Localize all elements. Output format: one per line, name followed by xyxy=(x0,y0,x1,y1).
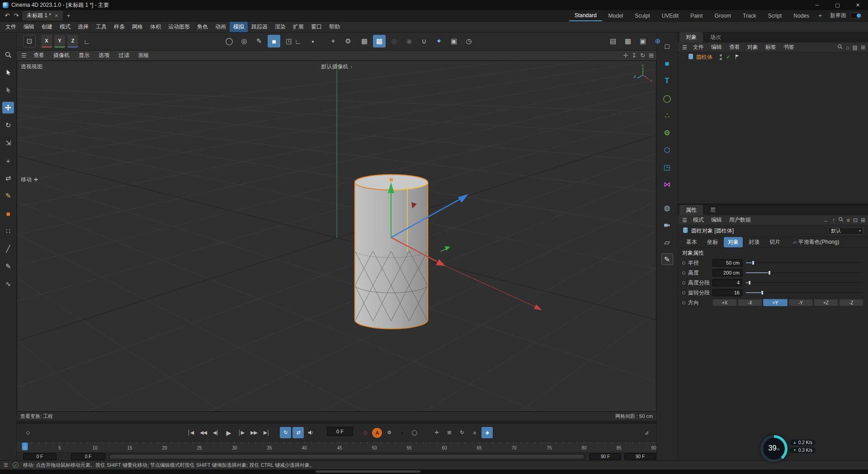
redo-icon[interactable]: ↷ xyxy=(12,11,21,20)
menu-volume[interactable]: 体积 xyxy=(146,22,165,32)
vp-orbit-icon[interactable]: ↻ xyxy=(640,52,645,59)
render-settings-button[interactable]: ▣ xyxy=(637,35,649,47)
am-menu-edit[interactable]: 编辑 xyxy=(708,215,725,225)
tab-close-icon[interactable]: × xyxy=(55,12,58,19)
am-menu-mode[interactable]: 模式 xyxy=(690,215,707,225)
direction-button-plus-z[interactable]: +Z xyxy=(814,299,838,306)
spline-smooth-tool-icon[interactable]: ∿ xyxy=(2,278,14,290)
phong-tag-icon[interactable] xyxy=(735,54,740,61)
tab-attributes[interactable]: 属性 xyxy=(679,205,703,215)
menu-mode[interactable]: 模式 xyxy=(56,22,74,32)
tab-objects[interactable]: 对象 xyxy=(679,32,703,43)
horizontal-scrollbar-thumb[interactable] xyxy=(316,470,420,473)
om-menu-view[interactable]: 查看 xyxy=(726,43,743,52)
height-slider[interactable] xyxy=(746,270,863,276)
direction-button-plus-y[interactable]: +Y xyxy=(763,299,788,306)
am-lock-icon[interactable]: ⊡ xyxy=(853,217,858,223)
lock-z-axis-button[interactable]: Z xyxy=(67,35,78,47)
enabled-check-icon[interactable]: ✓ xyxy=(726,54,731,60)
camera-menu-icon[interactable]: ▪ xyxy=(350,65,352,69)
direction-button-minus-y[interactable]: -Y xyxy=(788,299,813,306)
dimmed-tool-1-icon[interactable]: ◎ xyxy=(388,35,401,47)
selection-tool-icon[interactable] xyxy=(2,66,14,78)
preset-dropdown[interactable]: 默认 ▾ xyxy=(828,227,863,235)
am-up-icon[interactable]: ↑ xyxy=(832,217,835,223)
menu-tools[interactable]: 工具 xyxy=(92,22,110,32)
primitive-cube-button[interactable]: ■ xyxy=(268,35,280,47)
subdivision-surface-icon[interactable]: ◍ xyxy=(661,202,673,213)
om-menu-object[interactable]: 对象 xyxy=(744,43,761,52)
layout-tab-script[interactable]: Script xyxy=(763,11,788,21)
viewport-scene[interactable] xyxy=(17,61,656,411)
scale-tool-icon[interactable]: ⇲ xyxy=(2,137,14,149)
time-toolbar-icon[interactable]: ◷ xyxy=(462,35,475,47)
camera-toolbar-icon[interactable]: ▣ xyxy=(448,35,460,47)
om-menu-tags[interactable]: 标签 xyxy=(762,43,779,52)
menu-select[interactable]: 选择 xyxy=(74,22,92,32)
add-layout-button[interactable]: + xyxy=(816,11,825,20)
sound-button[interactable] xyxy=(305,427,316,438)
new-interface-toggle[interactable] xyxy=(850,13,862,19)
menu-edit[interactable]: 编辑 xyxy=(20,22,38,32)
record-parameter-button[interactable]: ◈ xyxy=(481,427,493,438)
pen-tool-icon[interactable]: ✎ xyxy=(2,261,14,272)
status-hamburger-icon[interactable]: ☰ xyxy=(4,462,8,468)
cube-primitive-icon[interactable]: ■ xyxy=(661,58,673,70)
range-start-field-2[interactable]: 0 F xyxy=(71,453,105,460)
workplane-mode-button[interactable]: ▪ xyxy=(307,35,319,47)
magic-snap-button[interactable]: ✦ xyxy=(433,35,445,47)
timeline-ruler[interactable]: 0 5 10 15 20 25 30 35 40 45 50 55 60 65 … xyxy=(17,441,656,452)
height-value-field[interactable]: 200 cm xyxy=(712,269,742,276)
autokey-button[interactable]: A xyxy=(372,428,382,438)
layout-tab-sculpt[interactable]: Sculpt xyxy=(629,11,655,21)
dimmed-tool-2-icon[interactable]: ◉ xyxy=(403,35,415,47)
height-segments-slider[interactable] xyxy=(746,280,863,286)
direction-button-minus-x[interactable]: -X xyxy=(738,299,762,306)
next-frame-button[interactable]: │▶ xyxy=(236,427,247,438)
vp-menu-camera[interactable]: 摄像机 xyxy=(49,51,74,60)
om-hamburger-icon[interactable]: ☰ xyxy=(680,43,689,52)
om-home-icon[interactable]: ⌂ xyxy=(846,44,849,51)
menu-spline[interactable]: 样条 xyxy=(110,22,128,32)
om-menu-edit[interactable]: 编辑 xyxy=(708,43,725,52)
direction-button-minus-z[interactable]: -Z xyxy=(839,299,863,306)
next-key-button[interactable]: ▶▶ xyxy=(248,427,259,438)
anim-dot-icon[interactable] xyxy=(682,271,685,275)
am-search-icon[interactable] xyxy=(838,217,844,223)
tab-takes[interactable]: 场次 xyxy=(704,32,727,43)
menu-mesh[interactable]: 网格 xyxy=(128,22,146,32)
am-back-icon[interactable]: ← xyxy=(824,217,829,223)
mograph-gear-icon[interactable]: ⚙ xyxy=(661,127,673,138)
slider-handle[interactable] xyxy=(761,290,764,295)
workplane-button[interactable]: ⊡ xyxy=(23,35,36,47)
viewport-canvas[interactable]: 透视视图 默认摄像机 ▪ 移动 ✛ Y X Z xyxy=(17,61,656,412)
layout-tab-uvedit[interactable]: UVEdit xyxy=(656,11,684,21)
section-tab-phong[interactable]: ▱ 平滑着色(Phong) xyxy=(789,237,843,247)
visibility-dots[interactable] xyxy=(720,54,722,60)
current-frame-field[interactable]: 0 F xyxy=(327,427,353,436)
om-menu-file[interactable]: 文件 xyxy=(690,43,707,52)
range-scrollbar-thumb[interactable] xyxy=(110,455,584,459)
layout-tab-groom[interactable]: Groom xyxy=(709,11,736,21)
section-tab-slice[interactable]: 切片 xyxy=(765,237,784,247)
tool-pen-button[interactable]: ✎ xyxy=(253,35,265,47)
rotation-segments-value-field[interactable]: 16 xyxy=(712,289,742,296)
gear-button[interactable]: ⚙ xyxy=(342,35,354,47)
fcurve-chart-icon[interactable]: ⊿ xyxy=(641,427,652,438)
vp-menu-options[interactable]: 选项 xyxy=(94,51,113,60)
vp-menu-panel[interactable]: 面板 xyxy=(134,51,153,60)
zoom-tool-icon[interactable] xyxy=(2,49,14,61)
floor-object-icon[interactable]: ▱ xyxy=(661,236,673,248)
record-scale-button[interactable]: ⊞ xyxy=(443,427,455,438)
range-start-field-1[interactable]: 0 F xyxy=(23,453,57,460)
om-menu-bookmarks[interactable]: 书签 xyxy=(780,43,797,52)
deformer-icon[interactable]: ⋈ xyxy=(661,178,673,190)
play-button[interactable]: ▶ xyxy=(223,427,234,438)
close-button[interactable]: ✕ xyxy=(848,0,868,10)
rotate-tool-icon[interactable]: ↻ xyxy=(2,119,14,131)
go-to-end-button[interactable]: ▶│ xyxy=(261,427,272,438)
range-end-field-1[interactable]: 90 F xyxy=(590,453,621,460)
vp-menu-view[interactable]: 查看 xyxy=(29,51,48,60)
new-tab-button[interactable]: + xyxy=(64,11,73,20)
object-name[interactable]: 圆柱体 xyxy=(696,53,712,61)
